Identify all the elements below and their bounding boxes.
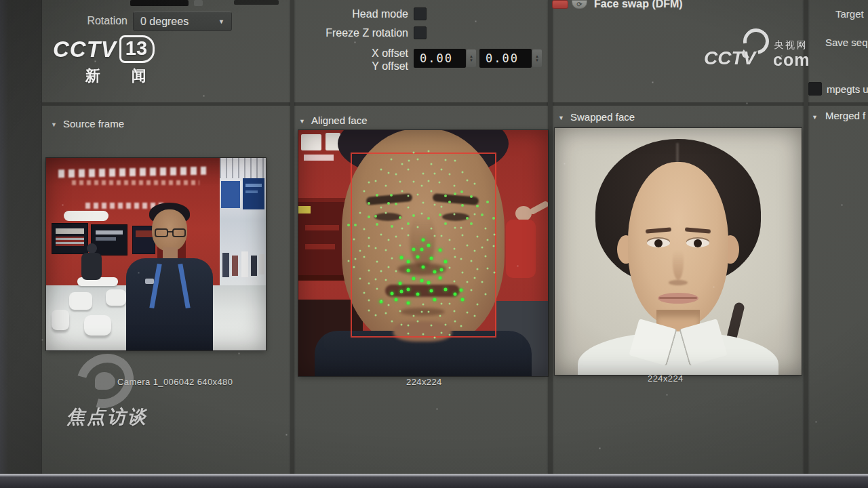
source-frame-image — [46, 158, 266, 350]
source-caption: Camera 1_006042 640x480 — [117, 377, 233, 387]
monitor-screen: Rotation 0 degrees ▼ Head mode Freeze Z … — [0, 0, 868, 474]
stepper-down-icon: ▼ — [469, 58, 473, 62]
x-offset-label: X offset — [340, 47, 408, 60]
cropped-input-field-2[interactable] — [234, 0, 279, 5]
head-mode-label: Head mode — [313, 8, 408, 20]
y-offset-input[interactable]: 0.00 — [479, 49, 532, 68]
merged-frame-title: Merged f — [825, 110, 865, 121]
dropdown-arrow-icon: ▼ — [218, 18, 224, 25]
panel-divider-1 — [290, 0, 294, 474]
watermark-com: com — [773, 50, 810, 70]
horizontal-divider — [42, 102, 868, 106]
save-seq-label: Save seq — [825, 37, 868, 48]
cctv13-number: 13 — [119, 35, 155, 63]
aligned-face-title: Aligned face — [311, 115, 368, 126]
panel-divider-2 — [548, 0, 553, 474]
aligned-collapse-icon[interactable]: ▼ — [299, 118, 305, 125]
program-logo-icon — [76, 354, 134, 407]
cropped-input-field[interactable] — [130, 0, 189, 6]
cctv-com-watermark: CCTV 央视网 com — [704, 28, 812, 72]
swapped-resolution: 224x224 — [648, 373, 684, 384]
stepper-down-icon: ▼ — [535, 58, 539, 62]
source-collapse-icon[interactable]: ▼ — [51, 121, 57, 128]
target-label: Target — [835, 8, 864, 20]
rotation-dropdown[interactable]: 0 degrees ▼ — [133, 12, 232, 31]
head-mode-checkbox[interactable] — [414, 7, 427, 20]
rotation-value: 0 degrees — [140, 16, 189, 28]
freeze-z-label: Freeze Z rotation — [293, 27, 408, 39]
cctv13-subtitle: 新 闻 — [85, 66, 160, 86]
y-offset-value: 0.00 — [486, 52, 519, 65]
mpegts-label: mpegts u — [827, 83, 868, 95]
swapped-face-image — [555, 128, 802, 375]
aligned-resolution: 224x224 — [406, 377, 442, 387]
left-margin-strip — [0, 0, 42, 474]
record-button[interactable] — [552, 0, 568, 9]
cropped-spinner[interactable] — [194, 0, 203, 6]
aligned-face-image — [298, 130, 548, 376]
rotation-label: Rotation — [60, 15, 127, 27]
merged-collapse-icon[interactable]: ▼ — [812, 114, 818, 121]
y-offset-label: Y offset — [340, 60, 408, 73]
cctv13-brand: CCTV — [53, 37, 117, 62]
source-frame-title: Source frame — [63, 118, 124, 129]
freeze-z-checkbox[interactable] — [414, 26, 427, 39]
x-offset-stepper[interactable]: ▲ ▼ — [467, 49, 476, 67]
monitor-bezel — [0, 476, 868, 488]
cctv13-logo: CCTV 13 新 闻 — [53, 35, 160, 86]
swapped-face-title: Swapped face — [570, 111, 635, 123]
face-swap-title: Face swap (DFM) — [594, 0, 683, 10]
swapped-collapse-icon[interactable]: ▼ — [558, 115, 564, 121]
reset-button[interactable]: ⟳ — [572, 0, 587, 9]
landmark-dots — [298, 130, 548, 376]
x-offset-value: 0.00 — [420, 52, 453, 65]
program-logo-text: 焦点访谈 — [66, 405, 148, 429]
mpegts-checkbox[interactable] — [808, 82, 822, 96]
watermark-brand: CCTV — [704, 47, 755, 69]
y-offset-stepper[interactable]: ▲ ▼ — [532, 49, 542, 67]
x-offset-input[interactable]: 0.00 — [414, 49, 466, 68]
